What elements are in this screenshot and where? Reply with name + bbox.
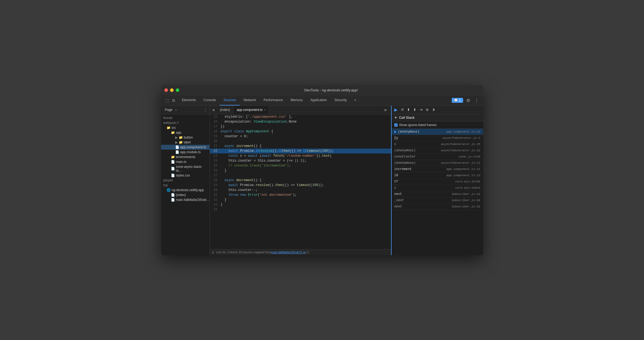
deactivate-breakpoints-button[interactable]: ⊘: [425, 107, 429, 112]
window-title: DevTools - ng-devtools.netlify.app/: [183, 88, 480, 92]
status-bar: {} Line 22, Column 19 (source mapped fro…: [210, 249, 391, 255]
code-tab-index[interactable]: (index): [217, 106, 233, 114]
show-ignored-checkbox[interactable]: [394, 123, 398, 127]
call-stack-item-6[interactable]: increment app.component.ts:21: [392, 166, 483, 172]
tab-elements[interactable]: Elements: [178, 95, 200, 105]
frame-location: core.mjs:15780: [455, 180, 480, 183]
folder-icon: 📁: [171, 131, 175, 134]
tree-item-button[interactable]: ▶ 📁 button: [161, 135, 210, 140]
tab-application[interactable]: Application: [307, 95, 331, 105]
call-stack-header[interactable]: ▼ Call Stack: [392, 114, 483, 121]
resume-button[interactable]: ▶: [394, 107, 398, 113]
call-stack-item-8[interactable]: Of core.mjs:15780: [392, 179, 483, 185]
close-button[interactable]: [164, 88, 168, 92]
call-stack-item-7[interactable]: i0 app.component.ts:13: [392, 172, 483, 179]
call-stack-item-1[interactable]: Qg asyncToGenerator.js:3: [392, 135, 483, 141]
expand-code-icon[interactable]: ►: [383, 108, 389, 112]
code-line-20: 20: [210, 139, 391, 144]
step-out-button[interactable]: ⬆: [413, 107, 417, 112]
code-line-28: 28 async decrement() {: [210, 178, 391, 183]
call-stack-item-12[interactable]: next Subscriber.js:31: [392, 204, 483, 210]
frame-location: asyncToGenerator.js:25: [441, 143, 480, 146]
tree-item-app[interactable]: 📁 app: [161, 130, 210, 135]
tree-item-top[interactable]: top: [161, 183, 210, 188]
frame-name: (anonymous): [398, 130, 447, 134]
cursor-icon[interactable]: ⬚: [164, 97, 170, 104]
call-stack-item-5[interactable]: (anonymous) asyncToGenerator.js:21: [392, 160, 483, 166]
status-source-link[interactable]: main.fa8bfa0e23f1eb71.js: [271, 251, 305, 254]
tree-item-ployed[interactable]: ployed: [161, 178, 210, 183]
sidebar-more-btn[interactable]: »: [175, 108, 177, 111]
code-tab-file[interactable]: app.component.ts ×: [233, 106, 269, 114]
tree-item-webpack[interactable]: webpack://: [161, 120, 210, 125]
folder-icon: 📁: [179, 136, 183, 139]
device-icon[interactable]: ⧉: [171, 97, 176, 104]
frame-name: constructor: [394, 155, 459, 159]
code-line-19: 19 counter = 0;: [210, 134, 391, 139]
sidebar-menu-btn[interactable]: ⋮: [203, 107, 207, 113]
notifications-badge[interactable]: 💬 1: [452, 98, 463, 103]
step-button[interactable]: ⇥: [419, 107, 423, 112]
main-content: Page » ⋮ thored webpack:// 📁 src 📁 app: [161, 106, 483, 255]
more-options-icon[interactable]: ⋮: [473, 97, 480, 104]
code-nav-back[interactable]: ◄: [210, 108, 217, 112]
tab-security[interactable]: Security: [331, 95, 350, 105]
call-stack-item-9[interactable]: i core.mjs:15815: [392, 185, 483, 191]
call-stack-item-4[interactable]: constructor zone.js:1429: [392, 154, 483, 160]
tree-item-styles[interactable]: 📄 styles.css: [161, 173, 210, 178]
tree-item-authored[interactable]: thored: [161, 116, 210, 120]
call-stack-item-10[interactable]: next Subscriber.js:91: [392, 191, 483, 197]
sidebar-page-tab[interactable]: Page: [163, 107, 174, 112]
tree-label: label: [184, 140, 191, 144]
file-icon: 📄: [171, 193, 175, 197]
code-line-31: 31 throw new Error('not decremented');: [210, 193, 391, 197]
frame-name: increment: [394, 167, 447, 171]
tree-item-src[interactable]: 📁 src: [161, 125, 210, 130]
tree-item-index[interactable]: 📄 (index): [161, 193, 210, 197]
settings-icon[interactable]: ⚙: [465, 97, 471, 104]
code-tab-close[interactable]: ×: [264, 108, 266, 111]
tree-item-main-js[interactable]: 📄 main.fa8bfa0e23f1eb…: [161, 197, 210, 202]
pause-on-exceptions-button[interactable]: ⏸: [431, 107, 436, 112]
status-brackets-icon[interactable]: {}: [212, 251, 214, 254]
tree-item-zone[interactable]: 📄 zone-async-stack-ta…: [161, 164, 210, 173]
show-ignored-label[interactable]: Show ignore-listed frames: [399, 123, 437, 127]
tab-network[interactable]: Network: [240, 95, 260, 105]
tree-item-origin[interactable]: 🌐 ng-devtools.netlify.app: [161, 188, 210, 193]
tree-item-app-module[interactable]: 📄 app.module.ts: [161, 150, 210, 155]
tree-label: app: [176, 131, 181, 134]
call-stack-item-11[interactable]: _next Subscriber.js:60: [392, 197, 483, 204]
minimize-button[interactable]: [170, 88, 174, 92]
step-into-button[interactable]: ⬇: [406, 107, 411, 112]
debug-toolbar: ▶ ↺ ⬇ ⬆ ⇥ ⊘ ⏸: [392, 106, 483, 114]
code-tab-index-label: (index): [220, 108, 230, 112]
code-line-24: 24 this.counter = this.counter + (+x || …: [210, 158, 391, 163]
tree-item-environments[interactable]: 📁 environments: [161, 155, 210, 159]
frame-name: Of: [394, 180, 456, 184]
tab-performance[interactable]: Performance: [260, 95, 287, 105]
tab-console[interactable]: Console: [200, 95, 220, 105]
step-over-button[interactable]: ↺: [400, 107, 404, 112]
tab-memory[interactable]: Memory: [287, 95, 307, 105]
tree-item-main[interactable]: 📄 main.ts: [161, 159, 210, 164]
tree-item-app-component[interactable]: 📄 app.component.ts: [161, 145, 210, 150]
code-editor[interactable]: 15 styleUrls: ['./appcomponent.css' ], 1…: [210, 114, 391, 249]
tree-item-label[interactable]: ▶ 📁 label: [161, 140, 210, 145]
tree-label: app.module.ts: [180, 150, 201, 154]
arrow-icon: ▶: [175, 136, 178, 139]
call-stack-item-2[interactable]: s asyncToGenerator.js:25: [392, 141, 483, 147]
folder-icon: 📁: [179, 140, 183, 144]
tab-more[interactable]: »: [350, 95, 360, 105]
tab-sources[interactable]: Sources: [220, 95, 240, 105]
frame-name: Qg: [394, 136, 443, 140]
code-line-30: 30 this.counter--;: [210, 188, 391, 193]
frame-location: core.mjs:15815: [455, 186, 480, 190]
frame-name: next: [394, 205, 452, 209]
maximize-button[interactable]: [176, 88, 179, 92]
status-text: Line 22, Column 19 (source mapped from: [216, 251, 271, 254]
call-stack-item-0[interactable]: ▶ (anonymous) app.component.ts:22: [392, 129, 483, 135]
tree-label: ng-devtools.netlify.app: [172, 188, 204, 192]
call-stack-item-3[interactable]: (anonymous) asyncToGenerator.js:32: [392, 147, 483, 154]
titlebar: DevTools - ng-devtools.netlify.app/: [161, 85, 483, 95]
devtools-window: DevTools - ng-devtools.netlify.app/ ⬚ ⧉ …: [161, 85, 483, 255]
